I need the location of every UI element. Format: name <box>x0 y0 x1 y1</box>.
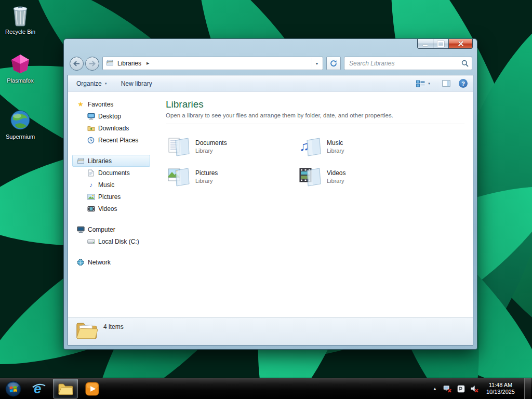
sidebar-section-label: Computer <box>88 226 115 233</box>
show-desktop-button[interactable] <box>524 378 531 399</box>
sidebar-item-label: Desktop <box>98 113 121 120</box>
caption-buttons <box>418 39 473 49</box>
forward-button[interactable] <box>85 57 99 71</box>
sidebar-section-libraries[interactable]: Libraries <box>72 155 150 167</box>
sidebar-item-label: Recent Places <box>98 137 138 144</box>
chevron-down-icon: ▼ <box>104 82 108 85</box>
tray-volume-icon[interactable] <box>470 384 479 393</box>
desktop-icon-label: Supermium <box>6 134 35 140</box>
search-input[interactable] <box>348 59 461 68</box>
close-button[interactable] <box>448 39 473 49</box>
media-player-icon <box>85 381 100 396</box>
tray-input-indicator-icon[interactable] <box>457 384 466 393</box>
library-item-documents[interactable]: Documents Library <box>166 131 297 162</box>
library-item-music[interactable]: ♫ Music Library <box>297 131 429 162</box>
clock-time: 11:48 AM <box>486 382 515 389</box>
content-pane: Libraries Open a library to see your fil… <box>154 92 473 317</box>
search-icon <box>461 60 469 67</box>
supermium-icon <box>0 109 41 132</box>
videos-library-icon <box>297 166 322 188</box>
system-tray: ▲ <box>431 378 532 399</box>
taskbar-media-player[interactable] <box>80 379 104 398</box>
navigation-bar: Libraries ▶ ▼ <box>64 54 477 75</box>
tray-network-icon[interactable] <box>443 384 452 393</box>
desktop-icon <box>87 112 95 121</box>
pictures-icon <box>87 193 95 201</box>
internet-explorer-icon: e <box>31 381 47 396</box>
help-button[interactable]: ? <box>459 79 468 88</box>
explorer-folder-icon <box>58 382 74 395</box>
breadcrumb-libraries[interactable]: Libraries <box>116 60 143 67</box>
svg-text:e: e <box>34 381 41 396</box>
preview-pane-button[interactable] <box>439 78 454 88</box>
clock-date: 10/13/2025 <box>486 389 515 396</box>
breadcrumb-chevron-icon[interactable]: ▶ <box>145 61 151 65</box>
sidebar-item-videos[interactable]: Videos <box>72 203 150 215</box>
plasmafox-icon <box>0 53 41 76</box>
sidebar-item-recent-places[interactable]: Recent Places <box>72 134 150 146</box>
back-button[interactable] <box>70 57 84 71</box>
pictures-library-icon <box>166 166 191 188</box>
organize-button[interactable]: Organize ▼ <box>73 78 111 89</box>
item-count: 4 items <box>103 323 124 330</box>
sidebar-item-downloads[interactable]: Downloads <box>72 122 150 134</box>
recent-places-icon <box>87 136 95 144</box>
window-titlebar[interactable] <box>64 39 477 54</box>
library-grid: Documents Library ♫ <box>166 131 436 192</box>
desktop: Recycle Bin Plasmafox Supermium <box>0 0 532 399</box>
search-box[interactable] <box>344 57 472 70</box>
taskbar-windows-explorer[interactable] <box>53 379 78 398</box>
sidebar-item-desktop[interactable]: Desktop <box>72 110 150 122</box>
close-icon <box>458 41 464 47</box>
library-type: Library <box>195 148 227 154</box>
library-name: Music <box>327 139 344 147</box>
navigation-pane: ★ Favorites Desktop Downloads <box>68 92 154 317</box>
maximize-button[interactable] <box>433 39 449 49</box>
address-history-dropdown[interactable]: ▼ <box>312 58 322 69</box>
sidebar-section-label: Libraries <box>88 157 112 165</box>
chevron-down-icon: ▼ <box>428 82 431 85</box>
explorer-body: ★ Favorites Desktop Downloads <box>68 92 473 317</box>
sidebar-section-favorites[interactable]: ★ Favorites <box>72 98 150 110</box>
hard-drive-icon <box>87 237 95 246</box>
sidebar-item-label: Videos <box>98 205 117 212</box>
start-button[interactable] <box>0 378 26 399</box>
sidebar-section-label: Network <box>88 259 111 266</box>
documents-icon <box>87 169 95 177</box>
videos-icon <box>87 205 95 213</box>
network-icon <box>76 258 85 267</box>
folder-icon <box>75 321 98 342</box>
change-view-button[interactable]: ▼ <box>413 78 434 89</box>
library-name: Documents <box>195 139 227 147</box>
address-bar[interactable]: Libraries ▶ ▼ <box>102 57 323 70</box>
desktop-icon-recycle-bin[interactable]: Recycle Bin <box>0 4 41 35</box>
sidebar-item-label: Downloads <box>98 125 129 132</box>
library-item-pictures[interactable]: Pictures Library <box>166 162 297 192</box>
sidebar-item-label: Pictures <box>98 193 121 201</box>
organize-label: Organize <box>76 80 102 87</box>
computer-icon <box>76 225 85 234</box>
desktop-icon-plasmafox[interactable]: Plasmafox <box>0 53 41 84</box>
taskbar-internet-explorer[interactable]: e <box>27 379 51 398</box>
sidebar-section-network[interactable]: Network <box>72 256 150 268</box>
sidebar-section-computer[interactable]: Computer <box>72 223 150 235</box>
sidebar-item-music[interactable]: ♪ Music <box>72 179 150 191</box>
library-item-videos[interactable]: Videos Library <box>297 162 429 192</box>
toolbar-right-group: ▼ ? <box>413 78 468 89</box>
desktop-icon-label: Recycle Bin <box>5 29 35 35</box>
page-title: Libraries <box>166 99 464 110</box>
minimize-button[interactable] <box>417 39 433 49</box>
show-hidden-icons-button[interactable]: ▲ <box>431 387 438 391</box>
command-toolbar: Organize ▼ New library ▼ <box>68 75 473 92</box>
desktop-icon-label: Plasmafox <box>7 77 33 84</box>
new-library-button[interactable]: New library <box>118 78 155 89</box>
refresh-button[interactable] <box>326 57 341 70</box>
sidebar-item-documents[interactable]: Documents <box>72 167 150 179</box>
sidebar-item-local-disk-c[interactable]: Local Disk (C:) <box>72 235 150 247</box>
window-client-area: Organize ▼ New library ▼ <box>68 75 473 345</box>
library-name: Pictures <box>195 169 218 177</box>
taskbar-clock[interactable]: 11:48 AM 10/13/2025 <box>484 382 520 396</box>
documents-library-icon <box>166 136 191 157</box>
desktop-icon-supermium[interactable]: Supermium <box>0 109 41 140</box>
sidebar-item-pictures[interactable]: Pictures <box>72 191 150 203</box>
